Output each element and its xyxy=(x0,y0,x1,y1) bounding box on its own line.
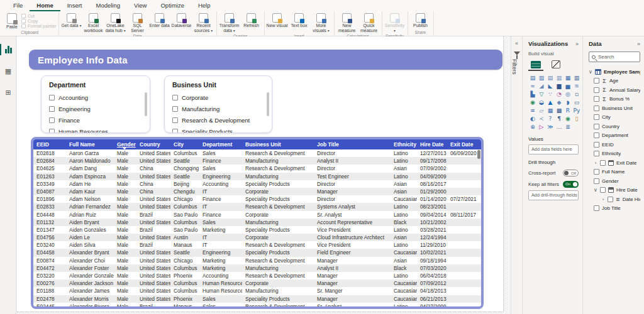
scrollbar[interactable] xyxy=(267,92,269,116)
paginated-report-icon[interactable]: ▯ xyxy=(572,115,581,123)
menu-tab[interactable]: Optimize xyxy=(153,0,191,11)
100-stacked-bar-chart-icon[interactable]: ▦ xyxy=(564,74,572,82)
table-row[interactable]: E01896Adam NelsonMaleUnited StatesChicag… xyxy=(33,195,481,203)
menu-tab[interactable]: File xyxy=(6,0,30,11)
clustered-bar-chart-icon[interactable]: ▤ xyxy=(546,74,555,82)
decomposition-tree-icon[interactable]: ≺ xyxy=(537,115,546,123)
keep-all-filters-toggle[interactable]: On xyxy=(563,181,579,188)
field-checkbox[interactable] xyxy=(594,133,599,138)
table-row[interactable]: E04625Adam DangMaleChinaChongqingSalesRe… xyxy=(33,165,481,172)
slicer-option[interactable]: Corporate xyxy=(172,92,265,103)
checkbox-icon[interactable] xyxy=(172,117,178,123)
publish-icon[interactable]: Publish xyxy=(410,13,431,28)
expand-icon[interactable]: ∨ xyxy=(594,187,597,193)
enter-data-icon[interactable]: Enter data xyxy=(149,13,170,28)
line-and-clustered-column-chart-icon[interactable]: ▅ xyxy=(564,82,572,90)
funnel-chart-icon[interactable]: ▽ xyxy=(537,90,546,99)
pie-chart-icon[interactable]: ◔ xyxy=(555,90,564,99)
field-checkbox[interactable] xyxy=(594,151,599,156)
build-visual-tab[interactable] xyxy=(528,59,543,71)
field-checkbox[interactable] xyxy=(594,96,599,102)
dataverse-icon[interactable]: Dataverse xyxy=(171,13,192,28)
r-script-icon[interactable]: R xyxy=(564,107,572,115)
collapse-pane-icon[interactable]: » xyxy=(637,41,640,47)
menu-tab[interactable]: Home xyxy=(30,0,60,11)
metrics-icon[interactable]: ◉ xyxy=(564,115,572,123)
ribbon-chart-icon[interactable]: ≋ xyxy=(572,82,581,90)
format-list-icon[interactable]: ≣ xyxy=(564,123,572,131)
field-checkbox[interactable] xyxy=(594,205,599,211)
donut-chart-icon[interactable]: ◎ xyxy=(564,90,572,99)
area-chart-icon[interactable]: ◢ xyxy=(537,82,546,90)
clustered-column-chart-icon[interactable]: ▥ xyxy=(555,74,564,82)
filled-map-icon[interactable]: ◒ xyxy=(537,99,546,107)
table-icon[interactable]: ▦ xyxy=(546,107,555,115)
field-item[interactable]: Full Name xyxy=(589,168,640,177)
new-measure-icon[interactable]: New measure xyxy=(336,13,358,33)
field-checkbox[interactable] xyxy=(594,142,599,148)
key-influencers-icon[interactable]: ◐ xyxy=(528,115,537,123)
matrix-icon[interactable]: ▩ xyxy=(555,107,564,115)
format-visual-tab[interactable] xyxy=(548,59,564,71)
field-checkbox[interactable] xyxy=(600,160,606,166)
report-title-banner[interactable]: Employee Info Data xyxy=(29,50,502,70)
slicer-option[interactable]: Research & Development xyxy=(172,114,265,126)
line-and-stacked-column-chart-icon[interactable]: ▆ xyxy=(555,82,564,90)
field-checkbox[interactable] xyxy=(594,114,599,120)
expand-icon[interactable]: › xyxy=(601,197,605,202)
waterfall-chart-icon[interactable]: ▙ xyxy=(528,90,537,99)
refresh-icon[interactable]: Refresh xyxy=(241,13,262,28)
table-row[interactable]: E01263Adam EspinozaMaleUnited StatesSeat… xyxy=(33,173,481,180)
column-header-full-name[interactable]: Full Name xyxy=(66,139,114,149)
table-row[interactable]: E04448Adrian RuizMaleBrazilSao PauloFina… xyxy=(33,211,481,219)
stacked-bar-chart-icon[interactable]: ▤ xyxy=(528,74,537,82)
table-row[interactable]: E02833Adrian FernandezMaleUnited StatesC… xyxy=(33,203,481,210)
multi-row-card-icon[interactable]: ≡ xyxy=(528,107,537,115)
checkbox-icon[interactable] xyxy=(172,106,178,112)
field-item[interactable]: ∨ Hire Date xyxy=(589,186,640,195)
collapse-pane-icon[interactable]: » xyxy=(575,41,579,47)
slicer-option[interactable]: Accounting xyxy=(49,92,143,103)
text-box-icon[interactable]: Text box xyxy=(289,13,310,28)
menu-tab[interactable]: Modeling xyxy=(89,0,127,11)
field-item[interactable]: City xyxy=(589,113,640,122)
column-header-job-title[interactable]: Job Title xyxy=(314,139,391,149)
card-icon[interactable]: ▭ xyxy=(572,99,581,107)
field-checkbox[interactable] xyxy=(594,169,599,175)
field-item[interactable]: Gender xyxy=(589,176,640,186)
gauge-icon[interactable]: ◗ xyxy=(564,99,572,107)
menu-tab[interactable]: View xyxy=(127,0,153,11)
table-row[interactable]: E02684Aaron MaldonadoMaleUnited StatesSe… xyxy=(33,157,481,165)
table-row[interactable]: E01347Aiden GonzalesMaleBrazilSao PauloM… xyxy=(33,226,481,234)
filters-pane-collapsed[interactable]: « Filters xyxy=(511,36,523,314)
onelake-data-hub-icon[interactable]: OneLake data hub ▾ xyxy=(105,13,126,33)
expand-filters-icon[interactable]: « xyxy=(511,40,522,46)
menu-tab[interactable]: Insert xyxy=(60,0,89,11)
field-checkbox[interactable] xyxy=(594,78,599,84)
slicer-option[interactable]: Finance xyxy=(49,114,143,126)
table-row[interactable]: E02818Aaron GarzaMaleUnited StatesColumb… xyxy=(33,149,481,157)
menu-tab[interactable]: Help xyxy=(191,0,218,11)
table-row[interactable]: E03240Aiden SilvaMaleBrazilManausITResea… xyxy=(33,241,481,249)
table-row[interactable]: E01132Aiden BryantMaleUnited StatesColum… xyxy=(33,219,481,226)
employee-table-visual[interactable]: EEIDFull NameGenderCountryCityDepartment… xyxy=(31,137,484,309)
table-row[interactable]: E02445Alexander RiveraMaleBrazilManausSa… xyxy=(33,303,481,306)
field-checkbox[interactable] xyxy=(594,178,599,184)
field-item[interactable]: Country xyxy=(589,122,640,131)
cross-report-toggle[interactable]: Off xyxy=(563,170,579,176)
treemap-icon[interactable]: ▫ xyxy=(572,90,581,99)
expand-icon[interactable]: › xyxy=(594,160,597,166)
new-visual-icon[interactable]: New visual xyxy=(267,13,288,28)
field-item[interactable]: EEID xyxy=(589,140,640,149)
power-apps-icon[interactable]: ▷ xyxy=(537,123,546,131)
stacked-area-chart-icon[interactable]: ◣ xyxy=(546,82,555,90)
slicer-option[interactable]: Manufacturing xyxy=(172,103,265,114)
column-header-eeid[interactable]: EEID xyxy=(33,139,66,149)
data-table-item[interactable]: ∨ Employee Sample Data xyxy=(589,67,640,77)
column-header-department[interactable]: Department xyxy=(199,139,242,149)
table-row[interactable]: E00276Alexander JacksonMaleUnited States… xyxy=(33,279,481,287)
field-checkbox[interactable] xyxy=(594,106,599,111)
field-item[interactable]: Σ Annual Salary xyxy=(589,85,640,95)
column-header-business-unit[interactable]: Business Unit xyxy=(242,139,314,149)
field-checkbox[interactable] xyxy=(608,197,613,202)
